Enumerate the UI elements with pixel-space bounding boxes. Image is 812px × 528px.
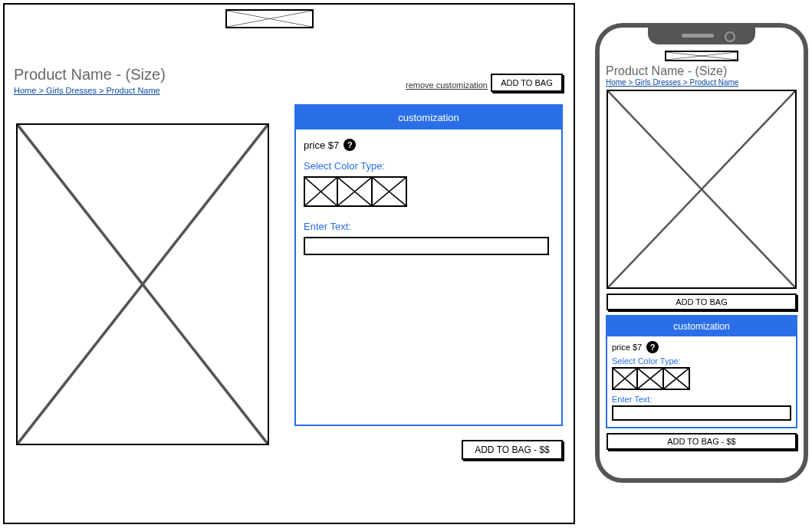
customization-header: customization — [296, 106, 561, 130]
svg-line-3 — [18, 125, 268, 444]
mobile-help-icon[interactable]: ? — [646, 341, 659, 353]
svg-line-5 — [305, 178, 337, 205]
mobile-logo-placeholder — [665, 51, 738, 61]
svg-line-19 — [664, 369, 689, 389]
price-label: price $7 — [304, 139, 339, 151]
svg-line-10 — [666, 52, 737, 60]
svg-line-9 — [373, 178, 406, 205]
svg-line-11 — [666, 52, 737, 60]
svg-line-17 — [638, 369, 662, 389]
svg-line-1 — [227, 11, 312, 27]
svg-line-2 — [18, 125, 268, 444]
help-icon[interactable]: ? — [344, 139, 356, 151]
svg-line-12 — [608, 91, 795, 287]
mobile-add-to-bag-button-bottom[interactable]: ADD TO BAG - $$ — [607, 433, 797, 450]
product-image-placeholder — [16, 123, 269, 445]
color-swatch-1[interactable] — [304, 176, 338, 207]
mobile-enter-text-label: Enter Text: — [612, 395, 791, 404]
add-to-bag-button-bottom[interactable]: ADD TO BAG - $$ — [462, 440, 563, 460]
logo-placeholder — [225, 9, 314, 28]
mobile-breadcrumb[interactable]: Home > Girls Dresses > Product Name — [604, 78, 799, 87]
svg-line-8 — [373, 178, 406, 205]
remove-customization-link[interactable]: remove customization — [406, 80, 488, 90]
add-to-bag-button-top[interactable]: ADD TO BAG — [491, 74, 563, 92]
mobile-product-image-placeholder — [607, 90, 797, 289]
breadcrumb[interactable]: Home > Girls Dresses > Product Name — [14, 86, 160, 95]
mobile-product-title: Product Name - (Size) — [604, 64, 799, 78]
color-swatch-row — [304, 176, 554, 207]
mobile-color-swatch-2[interactable] — [638, 367, 664, 390]
mobile-color-swatch-3[interactable] — [664, 367, 690, 390]
desktop-frame: Product Name - (Size) Home > Girls Dress… — [3, 3, 575, 524]
svg-line-16 — [638, 369, 662, 389]
mobile-color-swatch-1[interactable] — [612, 367, 638, 390]
svg-line-4 — [305, 178, 337, 205]
svg-line-0 — [227, 11, 312, 27]
product-title: Product Name - (Size) — [14, 66, 166, 84]
mobile-select-color-label: Select Color Type: — [612, 356, 791, 366]
svg-line-13 — [608, 91, 795, 287]
customization-panel: customization price $7 ? Select Color Ty… — [294, 104, 563, 426]
mobile-price-label: price $7 — [612, 343, 642, 352]
mobile-custom-text-input[interactable] — [612, 405, 791, 421]
mobile-customization-header: customization — [607, 316, 796, 336]
customization-body: price $7 ? Select Color Type: Enter Text… — [296, 130, 561, 264]
phone-notch — [648, 28, 755, 44]
mobile-add-to-bag-button-top[interactable]: ADD TO BAG — [607, 294, 797, 310]
color-swatch-2[interactable] — [338, 176, 373, 207]
svg-line-15 — [613, 369, 636, 389]
mobile-color-swatch-row — [612, 367, 791, 390]
enter-text-label: Enter Text: — [304, 221, 554, 232]
mobile-customization-panel: customization price $7 ? Select Color Ty… — [606, 315, 797, 428]
select-color-label: Select Color Type: — [304, 160, 554, 172]
svg-line-7 — [338, 178, 371, 205]
mobile-frame: Product Name - (Size) Home > Girls Dress… — [595, 23, 808, 483]
svg-line-18 — [664, 369, 689, 389]
custom-text-input[interactable] — [304, 237, 549, 255]
svg-line-6 — [338, 178, 371, 205]
color-swatch-3[interactable] — [373, 176, 407, 207]
svg-line-14 — [613, 369, 636, 389]
